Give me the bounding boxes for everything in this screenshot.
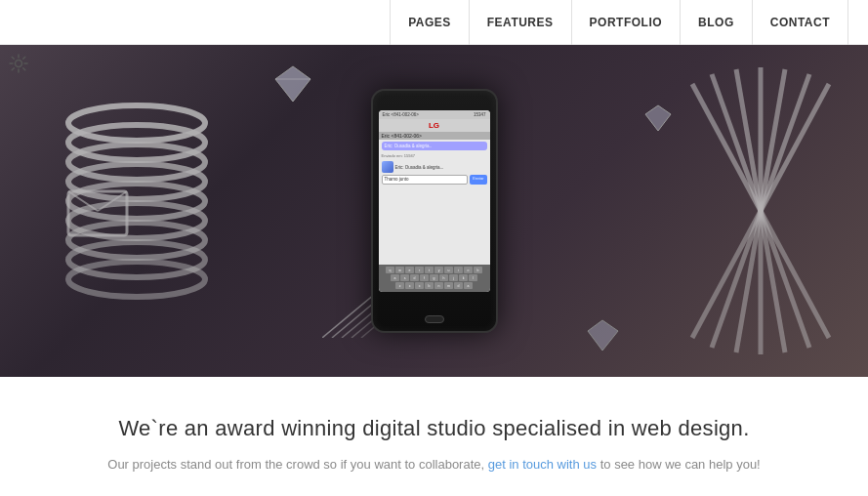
right-fan-decoration [673, 64, 848, 357]
keyboard-row-2: a s d f g h j k l [381, 274, 488, 281]
phone-msg-preview: Eric: Ousadia & alegria... [395, 165, 444, 170]
phone-input: Thamo junto [382, 175, 469, 185]
gear-icon[interactable] [8, 53, 29, 74]
phone-message-bubble: Eric: Ousadia & alegria.. [382, 142, 487, 150]
hero-section: Eric <841-002-06> 15347 LG Eric <841-002… [0, 45, 868, 377]
keyboard-row-1: q w e r t y u i o b [381, 267, 488, 273]
crystal-top [273, 64, 312, 103]
subtext-before: Our projects stand out from the crowd so… [107, 457, 484, 472]
phone-contact-small: Eric <841-002-06> [383, 112, 419, 117]
nav-pages[interactable]: PAGES [390, 0, 469, 45]
nav-blog[interactable]: BLOG [680, 0, 752, 45]
subtext: Our projects stand out from the crowd so… [20, 455, 848, 475]
left-spiral-decoration [39, 94, 234, 338]
phone-signal: 15347 [474, 112, 486, 117]
crystal-right-top [643, 103, 673, 133]
phone-container: Eric <841-002-06> 15347 LG Eric <841-002… [371, 89, 498, 333]
svg-marker-15 [588, 320, 618, 351]
header: PAGES FEATURES PORTFOLIO BLOG CONTACT [0, 0, 868, 45]
phone-message-time: Enviado em: 15947 [379, 152, 490, 159]
main-nav: PAGES FEATURES PORTFOLIO BLOG CONTACT [390, 0, 848, 45]
main-headline: We`re an award winning digital studio sp… [20, 416, 848, 441]
phone-screen: Eric <841-002-06> 15347 LG Eric <841-002… [379, 110, 490, 292]
phone-keyboard: q w e r t y u i o b a s d [379, 265, 490, 292]
phone-avatar-row: Eric: Ousadia & alegria... [382, 161, 487, 173]
phone-device: Eric <841-002-06> 15347 LG Eric <841-002… [371, 89, 498, 333]
phone-input-row: Thamo junto Enviar [382, 175, 487, 185]
svg-marker-16 [645, 105, 671, 131]
phone-home-button[interactable] [425, 315, 444, 323]
phone-contact-header: Eric <841-002-06> [379, 132, 490, 140]
svg-point-0 [16, 61, 22, 67]
phone-logo: LG [379, 119, 490, 132]
keyboard-row-3: z x c b n m d a [381, 282, 488, 289]
subtext-after: to see how we can help you! [600, 457, 761, 472]
phone-avatar [382, 161, 393, 173]
contact-link[interactable]: get in touch with us [488, 457, 597, 472]
nav-portfolio[interactable]: PORTFOLIO [571, 0, 681, 45]
nav-features[interactable]: FEATURES [469, 0, 571, 45]
phone-status-bar: Eric <841-002-06> 15347 [379, 110, 490, 119]
nav-contact[interactable]: CONTACT [752, 0, 848, 45]
phone-send-button: Enviar [470, 175, 486, 185]
content-section: We`re an award winning digital studio sp… [0, 377, 868, 495]
svg-marker-13 [275, 66, 310, 102]
crystal-bottom [586, 318, 620, 352]
